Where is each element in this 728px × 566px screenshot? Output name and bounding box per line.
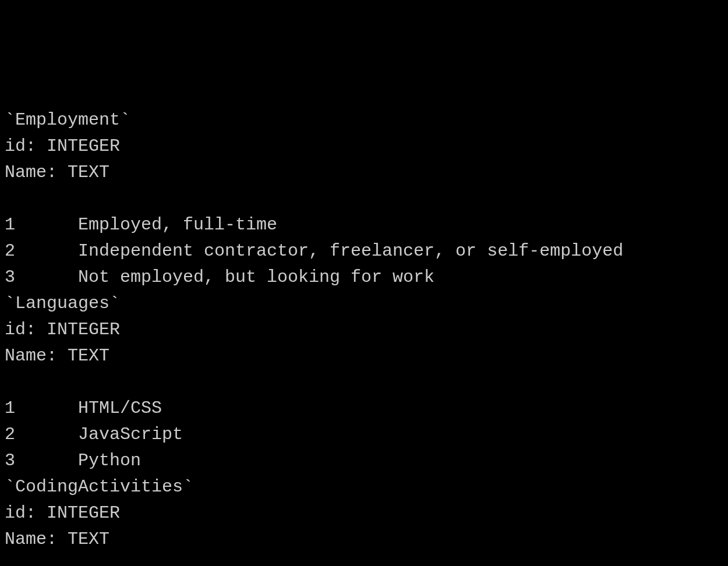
row-id: 3 — [5, 448, 78, 474]
table-block: `Employment`id: INTEGERName: TEXT 1Emplo… — [5, 107, 723, 291]
blank-line — [5, 553, 723, 566]
column-def: Name: TEXT — [5, 526, 723, 553]
column-def: id: INTEGER — [5, 500, 723, 526]
row-id: 3 — [5, 264, 78, 291]
table-name: `Employment` — [5, 107, 723, 133]
column-def: Name: TEXT — [5, 343, 723, 369]
table-row: 1Employed, full-time — [5, 212, 723, 238]
table-name: `CodingActivities` — [5, 474, 723, 500]
row-name: Employed, full-time — [78, 212, 723, 238]
row-id: 1 — [5, 212, 78, 238]
row-name: Not employed, but looking for work — [78, 264, 723, 291]
column-def: id: INTEGER — [5, 317, 723, 343]
blank-line — [5, 186, 723, 212]
row-name: Independent contractor, freelancer, or s… — [78, 238, 723, 264]
table-row: 1HTML/CSS — [5, 395, 723, 422]
table-row: 3Python — [5, 448, 723, 474]
table-row: 3Not employed, but looking for work — [5, 264, 723, 291]
table-block: `CodingActivities`id: INTEGERName: TEXT … — [5, 474, 723, 566]
table-name: `Languages` — [5, 291, 723, 317]
blank-line — [5, 369, 723, 395]
row-name: Python — [78, 448, 723, 474]
row-name: JavaScript — [78, 422, 723, 448]
terminal-output: `Employment`id: INTEGERName: TEXT 1Emplo… — [5, 107, 723, 566]
column-def: id: INTEGER — [5, 133, 723, 160]
row-id: 2 — [5, 422, 78, 448]
row-id: 2 — [5, 238, 78, 264]
table-row: 2JavaScript — [5, 422, 723, 448]
row-name: HTML/CSS — [78, 395, 723, 422]
column-def: Name: TEXT — [5, 160, 723, 186]
table-row: 2Independent contractor, freelancer, or … — [5, 238, 723, 264]
table-block: `Languages`id: INTEGERName: TEXT 1HTML/C… — [5, 291, 723, 474]
row-id: 1 — [5, 395, 78, 422]
